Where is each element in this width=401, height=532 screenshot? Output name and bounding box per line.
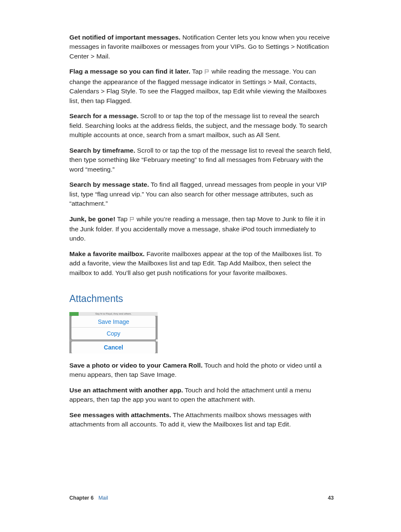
action-sheet-figure: Say hi to Floyd, Amy and others. Save Im… [69, 312, 334, 353]
lead-junk: Junk, be gone! [69, 215, 115, 222]
lead-notifications: Get notified of important messages. [69, 34, 180, 41]
chapter-name: Mail [98, 495, 108, 501]
chapter-number: Chapter 6 [69, 495, 94, 501]
lead-use-attachment: Use an attachment with another app. [69, 386, 183, 394]
lead-save-photo: Save a photo or video to your Camera Rol… [69, 362, 203, 369]
paragraph-flag: Flag a message so you can find it later.… [69, 67, 334, 106]
heading-attachments: Attachments [69, 292, 334, 306]
action-sheet-hint: Say hi to Floyd, Amy and others. [69, 312, 158, 316]
footer-left: Chapter 6 Mail [69, 494, 108, 502]
flag-icon [204, 68, 210, 77]
paragraph-junk: Junk, be gone! Tap while you’re reading … [69, 214, 334, 244]
save-image-button[interactable]: Save Image [71, 316, 156, 328]
body-junk-1: Tap [115, 215, 129, 222]
flag-icon [129, 215, 135, 225]
paragraph-search: Search for a message. Scroll to or tap t… [69, 111, 334, 140]
action-sheet: Say hi to Floyd, Amy and others. Save Im… [69, 312, 158, 353]
action-sheet-separator [69, 339, 158, 341]
lead-timeframe: Search by timeframe. [69, 147, 135, 154]
lead-flag: Flag a message so you can find it later. [69, 68, 190, 75]
lead-favorite: Make a favorite mailbox. [69, 250, 145, 257]
body-flag-1: Tap [190, 68, 204, 75]
lead-see-attachments: See messages with attachments. [69, 411, 171, 418]
paragraph-state: Search by message state. To find all fla… [69, 180, 334, 208]
paragraph-see-attachments: See messages with attachments. The Attac… [69, 410, 334, 429]
paragraph-notifications: Get notified of important messages. Noti… [69, 33, 334, 61]
page-number: 43 [328, 494, 334, 502]
paragraph-favorite: Make a favorite mailbox. Favorite mailbo… [69, 249, 334, 278]
paragraph-save-photo: Save a photo or video to your Camera Rol… [69, 361, 334, 380]
cancel-button[interactable]: Cancel [71, 341, 156, 353]
action-sheet-group: Save Image Copy [71, 316, 156, 339]
lead-search: Search for a message. [69, 112, 139, 119]
paragraph-timeframe: Search by timeframe. Scroll to or tap th… [69, 146, 334, 174]
paragraph-use-attachment: Use an attachment with another app. Touc… [69, 386, 334, 405]
copy-button[interactable]: Copy [71, 328, 156, 339]
page-footer: Chapter 6 Mail 43 [69, 494, 334, 502]
lead-state: Search by message state. [69, 181, 149, 188]
